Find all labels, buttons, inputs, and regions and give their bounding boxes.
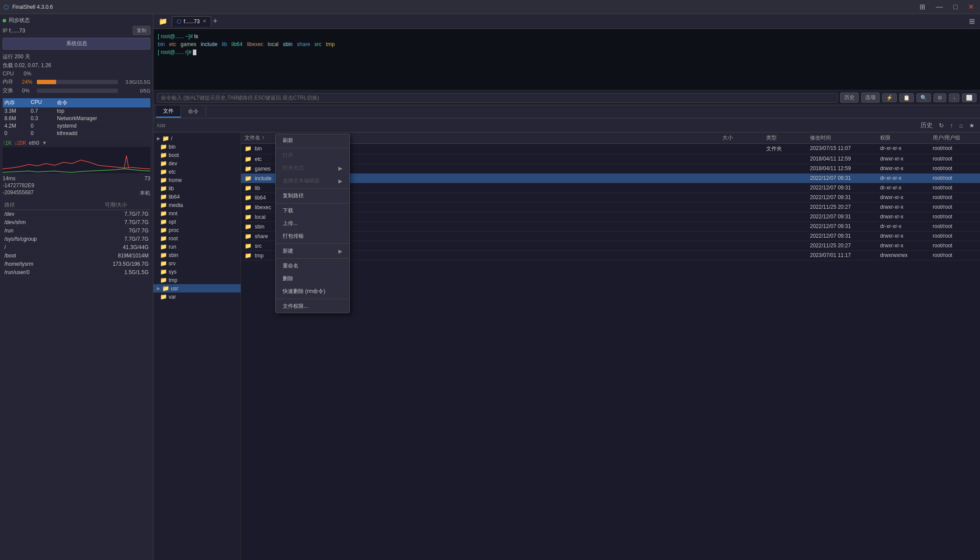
tree-item-/[interactable]: ▶📁/ xyxy=(153,134,241,143)
tree-arrow xyxy=(157,161,158,166)
file-row[interactable]: 📁 bin 文件夹 2023/07/15 11:07 dr-xr-xr-x ro… xyxy=(241,144,980,154)
sys-info-btn[interactable]: 系统信息 xyxy=(3,38,150,50)
maximize-btn[interactable]: □ xyxy=(951,3,960,11)
tree-item-lib64[interactable]: 📁lib64 xyxy=(153,193,241,201)
proc-row[interactable]: 00kthreadd xyxy=(3,130,150,137)
proc-row[interactable]: 4.2M0systemd xyxy=(3,122,150,130)
load-row: 负载 0.02, 0.07, 1.26 xyxy=(3,62,150,69)
net-dropdown-icon[interactable]: ▼ xyxy=(42,140,47,146)
cpu-stat-row: CPU 0% xyxy=(3,71,150,77)
tab-command[interactable]: 命令 xyxy=(181,106,206,117)
tree-item-sys[interactable]: 📁sys xyxy=(153,268,241,276)
tree-item-sbin[interactable]: 📁sbin xyxy=(153,251,241,259)
fullscreen-btn[interactable]: ⬜ xyxy=(962,93,976,102)
tree-arrow xyxy=(157,294,158,299)
folder-icon: 📁 xyxy=(160,160,167,167)
disk-row[interactable]: /dev/shm7.7G/7.7G xyxy=(3,218,150,227)
tree-item-boot[interactable]: 📁boot xyxy=(153,151,241,159)
file-row[interactable]: 📁 etc 2018/04/11 12:59 drwxr-xr-x root/r… xyxy=(241,154,980,164)
col-perm: 权限 xyxy=(880,134,933,142)
ctx-item-复制路径[interactable]: 复制路径 xyxy=(276,189,349,202)
tree-item-root[interactable]: 📁root xyxy=(153,234,241,243)
tree-item-mnt[interactable]: 📁mnt xyxy=(153,209,241,218)
col-type: 类型 xyxy=(766,134,810,142)
home-btn[interactable]: ⌂ xyxy=(958,122,965,129)
ctx-item-删除[interactable]: 删除 xyxy=(276,272,349,285)
ctx-item-打包传输[interactable]: 打包传输 xyxy=(276,230,349,243)
active-tab[interactable]: ⬡ f......73 ✕ xyxy=(172,16,211,27)
cmd-input[interactable] xyxy=(157,93,838,103)
copy-ip-btn[interactable]: 复制 xyxy=(133,26,150,35)
tree-item-proc[interactable]: 📁proc xyxy=(153,226,241,234)
refresh-btn[interactable]: ↻ xyxy=(937,122,946,129)
options-btn[interactable]: 选项 xyxy=(861,93,880,103)
tree-item-media[interactable]: 📁media xyxy=(153,201,241,209)
up-btn[interactable]: ↑ xyxy=(948,122,955,129)
lightning-btn[interactable]: ⚡ xyxy=(882,93,897,102)
tree-arrow: ▶ xyxy=(157,136,160,141)
cpu-label: CPU xyxy=(3,71,20,77)
history-btn[interactable]: 历史 xyxy=(840,93,859,103)
tab-file[interactable]: 文件 xyxy=(156,106,181,118)
net-stat-host: 73 xyxy=(145,175,150,182)
sync-row: 同步状态 xyxy=(3,17,150,24)
file-row[interactable]: 📁 games 2018/04/11 12:59 drwxr-xr-x root… xyxy=(241,164,980,174)
ctx-item-label: 打开 xyxy=(283,152,293,159)
grid-btn[interactable]: ⊞ xyxy=(917,3,928,11)
tree-arrow xyxy=(157,178,158,182)
tree-item-tmp[interactable]: 📁tmp xyxy=(153,276,241,284)
bookmark-btn[interactable]: ★ xyxy=(967,122,976,129)
tree-item-usr[interactable]: ▶📁usr xyxy=(153,284,241,292)
ctx-item-新建[interactable]: 新建▶ xyxy=(276,245,349,257)
tree-item-run[interactable]: 📁run xyxy=(153,243,241,251)
copy-btn[interactable]: 📋 xyxy=(899,93,914,102)
file-toolbar: /usr 历史 ↻ ↑ ⌂ ★ xyxy=(153,118,980,132)
tab-add-btn[interactable]: + xyxy=(213,17,218,26)
file-row[interactable]: 📁 share 2022/12/07 09:31 drwxr-xr-x root… xyxy=(241,232,980,241)
tab-close-btn[interactable]: ✕ xyxy=(202,18,206,24)
tree-item-bin[interactable]: 📁bin xyxy=(153,143,241,151)
tree-arrow xyxy=(157,211,158,216)
folder-tab-btn[interactable]: 📁 xyxy=(156,17,170,25)
disk-row[interactable]: /run/user/01.5G/1.5G xyxy=(3,268,150,277)
minimize-btn[interactable]: — xyxy=(933,3,945,11)
disk-row[interactable]: /sys/fs/cgroup7.7G/7.7G xyxy=(3,235,150,243)
tree-item-dev[interactable]: 📁dev xyxy=(153,159,241,168)
disk-row[interactable]: /run7G/7.7G xyxy=(3,227,150,235)
tree-item-srv[interactable]: 📁srv xyxy=(153,259,241,268)
tree-item-var[interactable]: 📁var xyxy=(153,292,241,301)
ctx-item-上传...[interactable]: 上传... xyxy=(276,217,349,230)
search-icon-btn[interactable]: 🔍 xyxy=(916,93,931,102)
disk-row[interactable]: /boot819M/1014M xyxy=(3,252,150,260)
file-row[interactable]: 📁 lib 2022/12/07 09:31 dr-xr-xr-x root/r… xyxy=(241,183,980,193)
ctx-item-快速删除 (rm命令)[interactable]: 快速删除 (rm命令) xyxy=(276,285,349,298)
file-row[interactable]: 📁 src 2022/11/25 20:27 drwxr-xr-x root/r… xyxy=(241,241,980,251)
dir-etc: etc xyxy=(169,40,176,48)
tree-item-lib[interactable]: 📁lib xyxy=(153,184,241,193)
file-row[interactable]: 📁 local 2022/12/07 09:31 drwxr-xr-x root… xyxy=(241,212,980,222)
ctx-item-下载[interactable]: 下载 xyxy=(276,204,349,217)
close-btn[interactable]: ✕ xyxy=(966,3,976,11)
proc-table-body: 3.3M0.7top8.6M0.3NetworkManager4.2M0syst… xyxy=(3,107,150,137)
layout-grid-btn[interactable]: ⊞ xyxy=(966,17,977,25)
file-row[interactable]: 📁 sbin 2022/12/07 09:31 dr-xr-xr-x root/… xyxy=(241,222,980,232)
settings-btn[interactable]: ⚙ xyxy=(934,93,946,102)
ctx-item-重命名[interactable]: 重命名 xyxy=(276,260,349,272)
file-row[interactable]: 📁 tmp 2023/07/01 11:17 drwxrwxrwx root/r… xyxy=(241,251,980,260)
history-toolbar-btn[interactable]: 历史 xyxy=(919,121,934,129)
ctx-item-文件权限...[interactable]: 文件权限... xyxy=(276,300,349,313)
file-row[interactable]: 📁 include 2022/12/07 09:31 dr-xr-xr-x ro… xyxy=(241,174,980,183)
ip-label: IP xyxy=(3,28,7,34)
tree-item-etc[interactable]: 📁etc xyxy=(153,168,241,176)
tree-item-opt[interactable]: 📁opt xyxy=(153,218,241,226)
download-btn[interactable]: ↓ xyxy=(949,93,959,102)
proc-row[interactable]: 8.6M0.3NetworkManager xyxy=(3,115,150,122)
ctx-item-刷新[interactable]: 刷新 xyxy=(276,134,349,147)
tree-item-home[interactable]: 📁home xyxy=(153,176,241,184)
disk-row[interactable]: /home/tysrm173.5G/196.7G xyxy=(3,260,150,268)
proc-row[interactable]: 3.3M0.7top xyxy=(3,107,150,115)
file-row[interactable]: 📁 libexec 2022/11/25 20:27 drwxr-xr-x ro… xyxy=(241,203,980,212)
disk-row[interactable]: /dev7.7G/7.7G xyxy=(3,210,150,218)
disk-row[interactable]: /41.3G/44G xyxy=(3,243,150,252)
file-row[interactable]: 📁 lib64 2022/12/07 09:31 drwxr-xr-x root… xyxy=(241,193,980,203)
